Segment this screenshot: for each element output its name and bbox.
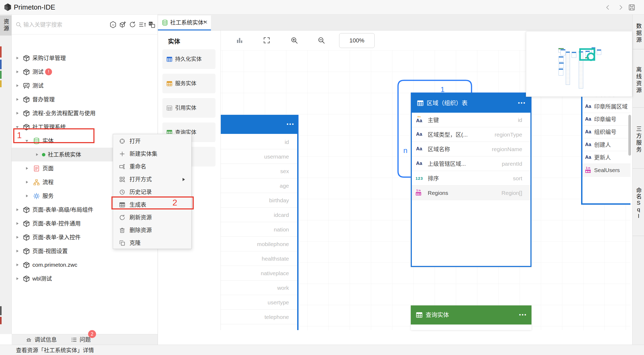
field-row-primary-key[interactable]: Aa 主键 id: [412, 113, 530, 127]
field-row[interactable]: Aa 组织编号: [582, 126, 630, 138]
entity-table-region[interactable]: 区域（组织）表 ••• Aa 主键 id Aa 区域类型，区(... regio…: [411, 93, 531, 267]
field-row[interactable]: healthstate: [221, 251, 297, 266]
caret-right-icon[interactable]: [16, 71, 19, 73]
reference-entity-icon: [166, 105, 173, 111]
app-title: Primeton-IDE: [14, 0, 55, 15]
sidebar-tab-datasource[interactable]: 数据源: [633, 18, 644, 49]
field-row[interactable]: Aa 创建人: [582, 138, 630, 151]
entity-header[interactable]: •••: [221, 115, 297, 134]
sidebar-tab-named-sql[interactable]: 命名Sql: [633, 172, 644, 235]
palette-service-entity[interactable]: 服务实体: [162, 74, 215, 93]
save-icon[interactable]: [628, 3, 636, 11]
tree-item-test-board[interactable]: 测试: [12, 79, 158, 93]
nav-forward-icon[interactable]: [617, 4, 624, 11]
entity-table-seal-clipped[interactable]: 印章图片 Aa 印章所属区域 Aa 印章编号 Aa 组织编号 Aa 创建人 Aa…: [581, 93, 630, 205]
tree-item-label: 社工系统实体: [48, 148, 81, 161]
field-row-relation[interactable]: 1:n SealUsers: [582, 164, 630, 177]
field-row[interactable]: birthday: [221, 193, 297, 208]
caret-right-icon[interactable]: [16, 250, 19, 252]
field-row[interactable]: Aa 印章所属区域: [582, 100, 630, 113]
tree-item-test-pkg[interactable]: 测试 !: [12, 65, 158, 79]
field-row[interactable]: mobilephone: [221, 237, 297, 251]
caret-right-icon[interactable]: [16, 84, 19, 87]
field-row[interactable]: Aa 区域类型，区(... regionType: [412, 127, 530, 142]
entity-table-user-clipped[interactable]: ••• id username sex age birthday idcard …: [221, 115, 299, 330]
title-bar: Primeton-IDE: [0, 0, 644, 15]
caret-right-icon[interactable]: [16, 208, 19, 211]
field-row[interactable]: nativeplace: [221, 266, 297, 281]
menu-item-delete-resource[interactable]: 删除资源: [113, 224, 191, 236]
field-row[interactable]: age: [221, 178, 297, 193]
caret-right-icon[interactable]: [26, 167, 28, 170]
sidebar-tab-resources[interactable]: 资源: [0, 15, 12, 36]
caret-right-icon[interactable]: [16, 277, 19, 280]
new-module-icon[interactable]: [119, 21, 126, 28]
caret-right-icon[interactable]: [16, 264, 19, 266]
search-input[interactable]: [23, 19, 98, 30]
palette-reference-entity[interactable]: 引用实体: [162, 98, 215, 118]
entity-table-query[interactable]: 查询实体 •••: [411, 305, 531, 330]
entity-header[interactable]: 查询实体 •••: [411, 305, 531, 325]
app-logo-icon: [3, 3, 12, 11]
tab-close-icon[interactable]: ×: [204, 15, 208, 29]
menu-item-label: 新建实体集: [129, 147, 157, 160]
field-row[interactable]: Aa 区域名称 regionName: [412, 142, 530, 156]
field-row[interactable]: sex: [221, 164, 297, 178]
sort-icon[interactable]: [139, 21, 146, 28]
field-row[interactable]: idcard: [221, 208, 297, 222]
entity-menu-dots[interactable]: •••: [519, 312, 527, 318]
minimap-thumbnail: [559, 68, 563, 76]
field-row[interactable]: Aa 上级管辖区域... parentId: [412, 156, 530, 171]
background-window-sliver: [0, 60, 2, 69]
caret-right-icon[interactable]: [16, 112, 19, 115]
menu-item-clone[interactable]: 克隆: [113, 236, 191, 249]
field-row[interactable]: telephone: [221, 310, 297, 324]
field-row[interactable]: id: [221, 135, 297, 149]
caret-right-icon[interactable]: [16, 222, 19, 225]
entity-menu-dots[interactable]: •••: [518, 100, 526, 106]
palette-title: 实体: [168, 36, 180, 45]
field-row[interactable]: Aa 更新人: [582, 151, 630, 164]
ai-assistant-icon[interactable]: [109, 21, 117, 28]
nav-back-icon[interactable]: [604, 4, 611, 11]
tree-item-com-primeton-zwc[interactable]: com.primeton.zwc: [12, 258, 158, 272]
field-row[interactable]: 123 排序 sort: [412, 171, 530, 186]
caret-right-icon[interactable]: [16, 57, 19, 59]
refresh-icon[interactable]: [129, 21, 136, 28]
translate-icon[interactable]: [148, 21, 155, 28]
caret-right-icon[interactable]: [16, 236, 19, 239]
menu-item-rename[interactable]: 重命名: [113, 160, 191, 173]
palette-persistent-entity[interactable]: 持久化实体: [162, 49, 215, 69]
caret-right-icon[interactable]: [26, 181, 28, 183]
canvas-scrollbar[interactable]: [628, 115, 631, 156]
field-row[interactable]: username: [221, 149, 297, 164]
menu-item-refresh-resource[interactable]: 刷新资源: [113, 211, 191, 224]
entity-menu-dots[interactable]: •••: [287, 121, 295, 127]
field-row-relation[interactable]: 1:n Regions Region[]: [412, 186, 530, 200]
field-row[interactable]: Aa 印章编号: [582, 113, 630, 126]
tree-item-process-config[interactable]: 流程-业务流程配置与使用: [12, 106, 158, 120]
menu-item-open-with[interactable]: 打开方式: [113, 173, 191, 186]
package-icon: [23, 110, 30, 117]
menu-item-new-entity-set[interactable]: 新建实体集: [113, 147, 191, 160]
minimap[interactable]: [526, 31, 632, 97]
field-row[interactable]: usertype: [221, 295, 297, 310]
field-row[interactable]: work: [221, 281, 297, 295]
sidebar-tab-thirdparty-services[interactable]: 三方服务: [633, 112, 644, 168]
history-icon: [119, 189, 126, 195]
text-type-icon: Aa: [585, 116, 591, 122]
menu-item-open[interactable]: 打开: [113, 135, 191, 147]
field-row[interactable]: nation: [221, 222, 297, 237]
tree-item-wbl-test[interactable]: wbl测试: [12, 272, 158, 286]
tab-social-entity[interactable]: 社工系统实体* ×: [158, 15, 211, 30]
caret-down-icon[interactable]: [16, 126, 19, 128]
debug-info-tab[interactable]: 调试信息: [34, 334, 57, 345]
tree-item-purchase-order[interactable]: 采购订单管理: [12, 51, 158, 65]
sidebar-tab-offline-resources[interactable]: 离线资源: [633, 54, 644, 107]
tree-item-label: 页面-表单-控件通用: [32, 217, 81, 230]
caret-right-icon[interactable]: [26, 195, 28, 197]
tree-item-supervision[interactable]: 督办管理: [12, 93, 158, 106]
caret-right-icon[interactable]: [16, 98, 19, 101]
entity-header[interactable]: 区域（组织）表 •••: [412, 94, 530, 113]
caret-right-icon[interactable]: [36, 153, 38, 156]
